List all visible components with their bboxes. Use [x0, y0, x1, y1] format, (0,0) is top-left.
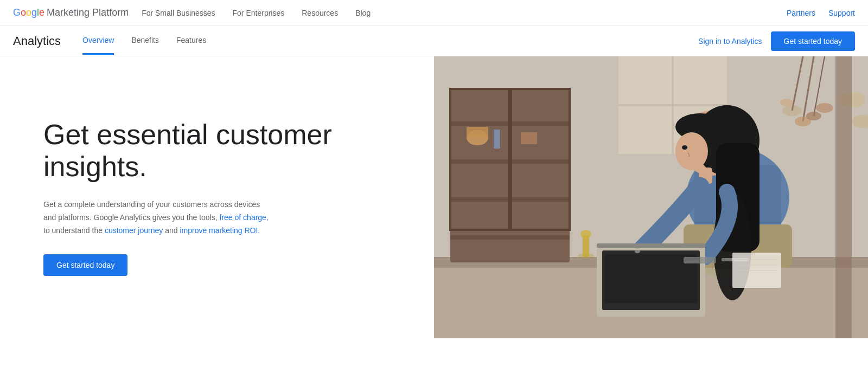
svg-rect-12: [494, 130, 500, 149]
get-started-button-header[interactable]: Get started today: [771, 31, 855, 51]
hero-roi-link[interactable]: improve marketing ROI: [180, 226, 258, 235]
tab-overview[interactable]: Overview: [82, 27, 114, 55]
svg-rect-56: [835, 56, 852, 338]
nav-link-small-biz[interactable]: For Small Businesses: [142, 9, 215, 17]
nav-link-enterprises[interactable]: For Enterprises: [233, 9, 285, 17]
svg-point-17: [782, 105, 802, 116]
svg-rect-11: [467, 127, 488, 138]
get-started-button-hero[interactable]: Get started today: [43, 254, 127, 276]
hero-journey-link[interactable]: customer journey: [105, 226, 163, 235]
hero-illustration: [434, 56, 868, 338]
svg-point-41: [675, 132, 708, 170]
svg-point-19: [806, 112, 821, 120]
svg-point-20: [780, 99, 793, 106]
svg-rect-47: [605, 254, 697, 303]
svg-point-49: [635, 250, 640, 253]
hero-free-link[interactable]: free of charge: [220, 213, 266, 222]
secondary-nav-right: Sign in to Analytics Get started today: [698, 31, 855, 51]
svg-point-42: [682, 145, 687, 150]
svg-rect-48: [597, 243, 705, 248]
hero-description: Get a complete understanding of your cus…: [43, 198, 271, 237]
top-nav-right: Partners Support: [787, 9, 855, 17]
tab-benefits[interactable]: Benefits: [131, 27, 159, 55]
tab-features[interactable]: Features: [176, 27, 206, 55]
secondary-navigation: Analytics Overview Benefits Features Sig…: [0, 26, 868, 56]
svg-point-21: [816, 103, 833, 113]
top-nav-links: For Small Businesses For Enterprises Res…: [142, 9, 787, 17]
svg-point-29: [580, 230, 591, 239]
svg-rect-26: [618, 104, 727, 106]
top-navigation: Google Marketing Platform For Small Busi…: [0, 0, 868, 26]
nav-link-partners[interactable]: Partners: [787, 9, 815, 17]
analytics-title: Analytics: [13, 34, 61, 48]
google-logo: Google Marketing Platform: [13, 7, 129, 18]
svg-rect-50: [684, 257, 716, 263]
hero-image: [434, 56, 868, 338]
brand-text: Marketing Platform: [47, 7, 129, 18]
hero-section: Get essential customer insights. Get a c…: [0, 56, 868, 338]
sign-in-link[interactable]: Sign in to Analytics: [698, 37, 762, 46]
google-g: Google: [13, 7, 44, 18]
hero-heading: Get essential customer insights.: [43, 119, 369, 184]
hero-content: Get essential customer insights. Get a c…: [0, 56, 412, 338]
svg-rect-13: [521, 132, 537, 144]
nav-link-resources[interactable]: Resources: [302, 9, 338, 17]
nav-link-blog[interactable]: Blog: [355, 9, 371, 17]
svg-rect-7: [450, 235, 570, 240]
nav-link-support[interactable]: Support: [828, 9, 855, 17]
secondary-nav-links: Overview Benefits Features: [82, 27, 698, 55]
